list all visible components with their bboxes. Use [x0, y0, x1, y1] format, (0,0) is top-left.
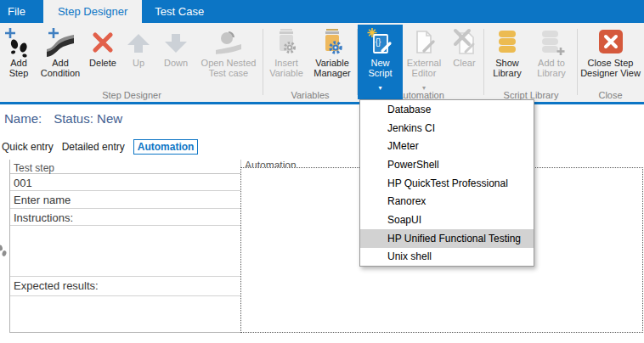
menu-item-hp-quicktest-professional[interactable]: HP QuickTest Professional [360, 174, 534, 193]
row-divider [10, 190, 240, 191]
show-library-icon [493, 26, 522, 58]
menu-item-ranorex[interactable]: Ranorex [360, 192, 534, 211]
name-label: Name: [4, 111, 42, 126]
variable-manager-icon [318, 26, 347, 58]
ribbon: Add Step Add Condition D [0, 23, 644, 102]
add-to-library-label: Add to Library [537, 58, 566, 78]
page-title: Name:Status: New [4, 111, 122, 126]
ribbon-separator [263, 29, 263, 95]
group-label-close: Close [578, 90, 643, 100]
current-row-marker-icon [0, 245, 7, 261]
tab-automation[interactable]: Automation [133, 139, 199, 155]
add-step-label: Add Step [9, 58, 29, 78]
insert-variable-button[interactable]: Insert Variable [264, 25, 308, 78]
down-arrow-icon [161, 26, 190, 58]
up-arrow-icon [124, 26, 153, 58]
row-divider [10, 225, 240, 226]
insert-variable-label: Insert Variable [269, 58, 303, 78]
tab-quick-entry[interactable]: Quick entry [2, 141, 54, 153]
tab-test-case[interactable]: Test Case [142, 0, 217, 23]
ribbon-separator [483, 29, 484, 95]
new-script-label: New Script [368, 58, 392, 78]
down-button[interactable]: Down [156, 25, 195, 78]
down-label: Down [164, 58, 188, 68]
menu-item-powershell[interactable]: PowerShell [360, 155, 534, 174]
up-button[interactable]: Up [121, 25, 156, 78]
table-row[interactable]: Enter name [14, 194, 71, 206]
tab-step-designer[interactable]: Step Designer [43, 0, 142, 23]
table-bottom-border [9, 332, 241, 333]
add-condition-button[interactable]: Add Condition [36, 25, 85, 78]
clear-icon [450, 26, 479, 58]
svg-text:{}: {} [375, 37, 381, 47]
ribbon-group-automation: {} New Script ▾ External Editor ▾ [358, 23, 483, 102]
add-condition-label: Add Condition [41, 58, 80, 78]
entry-tabs: Quick entry Detailed entry Automation [2, 139, 198, 155]
menu-item-database[interactable]: Database [360, 100, 534, 119]
table-left-border [9, 160, 10, 333]
up-label: Up [133, 58, 144, 68]
ribbon-group-step-designer: Add Step Add Condition D [2, 23, 262, 102]
new-script-icon: {} [366, 26, 395, 58]
close-view-icon [596, 26, 625, 58]
tab-detailed-entry[interactable]: Detailed entry [62, 141, 125, 153]
show-library-label: Show Library [493, 58, 522, 78]
open-nested-label: Open Nested Test case [201, 58, 257, 78]
add-to-library-button[interactable]: Add to Library [528, 25, 575, 78]
ribbon-group-script-library: Show Library Add to Library Script Libra… [485, 23, 577, 102]
show-library-button[interactable]: Show Library [487, 25, 528, 78]
delete-label: Delete [89, 58, 116, 68]
variable-manager-button[interactable]: Variable Manager [308, 25, 356, 78]
ribbon-group-close: Close Step Designer View Close [578, 23, 643, 102]
close-view-label: Close Step Designer View [580, 58, 641, 78]
table-row[interactable]: Instructions: [14, 211, 73, 224]
delete-icon [88, 26, 117, 58]
status-label: Status: New [54, 111, 122, 126]
variable-manager-label: Variable Manager [314, 58, 350, 78]
menu-item-soapui[interactable]: SoapUI [360, 211, 534, 229]
open-nested-test-case-button[interactable]: Open Nested Test case [195, 25, 262, 78]
menu-item-jmeter[interactable]: JMeter [360, 137, 534, 155]
new-script-dropdown-menu: Database Jenkins CI JMeter PowerShell HP… [359, 99, 534, 267]
menu-item-hp-unified-functional-testing[interactable]: HP Unified Functional Testing [360, 229, 534, 248]
clear-button[interactable]: Clear [445, 25, 483, 99]
top-tab-bar: File Step Designer Test Case [0, 0, 644, 23]
insert-variable-icon [272, 26, 301, 58]
close-step-designer-view-button[interactable]: Close Step Designer View [578, 25, 643, 78]
external-editor-label: External Editor [407, 58, 441, 78]
new-script-button[interactable]: {} New Script ▾ [358, 25, 403, 99]
tab-file[interactable]: File [0, 0, 36, 23]
external-editor-icon [410, 26, 438, 58]
group-label-variables: Variables [264, 90, 356, 100]
row-divider [10, 295, 240, 296]
new-script-dropdown-arrow[interactable]: ▾ [378, 85, 381, 92]
row-divider [10, 208, 240, 209]
group-label-step-designer: Step Designer [2, 90, 262, 100]
table-row[interactable]: 001 [14, 177, 32, 189]
clear-label: Clear [453, 58, 475, 68]
add-to-library-icon [537, 26, 566, 58]
menu-item-jenkins-ci[interactable]: Jenkins CI [360, 119, 534, 138]
add-step-button[interactable]: Add Step [2, 25, 36, 78]
row-divider [10, 276, 240, 277]
open-nested-icon [214, 26, 243, 58]
add-step-icon [4, 26, 33, 58]
add-condition-icon [46, 26, 75, 58]
delete-button[interactable]: Delete [85, 25, 121, 78]
column-header-test-step: Test step [14, 162, 54, 174]
external-editor-button[interactable]: External Editor ▾ [403, 25, 445, 99]
ribbon-group-variables: Insert Variable Variable Manager [264, 23, 356, 102]
menu-item-unix-shell[interactable]: Unix shell [360, 248, 534, 267]
table-row[interactable]: Expected results: [14, 279, 99, 292]
ribbon-accent-line [0, 102, 644, 104]
